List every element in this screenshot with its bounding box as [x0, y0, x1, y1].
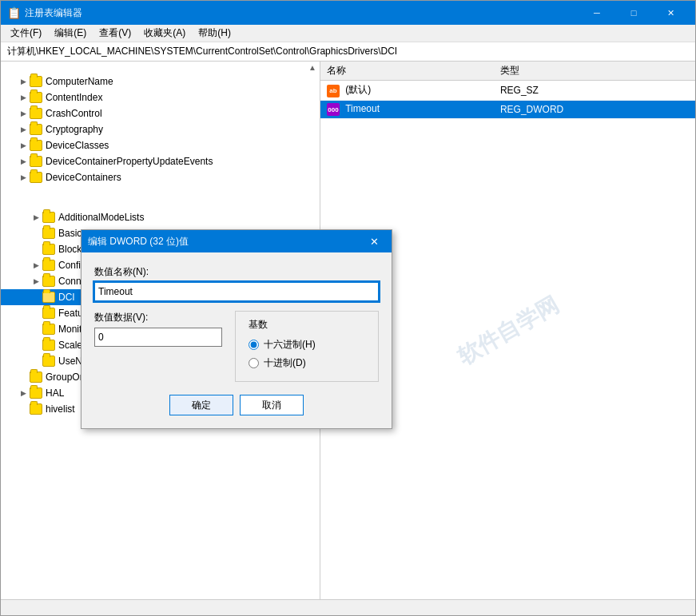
tree-item-devicecontainerpropertyupdateevents[interactable]: ▶ DeviceContainerPropertyUpdateEvents: [1, 153, 320, 169]
tree-arrow: [17, 403, 30, 415]
registry-table: 名称 类型 ab (默认) REG_SZ 000: [320, 62, 695, 119]
dialog-title-bar: 编辑 DWORD (32 位)值 ✕: [82, 230, 392, 252]
minimize-button[interactable]: ─: [579, 1, 615, 25]
folder-icon: [42, 340, 55, 351]
tree-item-additionalmodelists[interactable]: ▶ AdditionalModeLists: [1, 209, 320, 225]
reg-name: (默认): [345, 84, 371, 95]
menu-view[interactable]: 查看(V): [93, 25, 137, 42]
tree-label: DeviceClasses: [46, 140, 109, 151]
dialog-buttons: 确定 取消: [94, 395, 379, 415]
dialog-close-button[interactable]: ✕: [363, 230, 385, 252]
tree-label: DeviceContainerPropertyUpdateEvents: [46, 156, 213, 167]
reg-name-cell: ab (默认): [320, 81, 494, 101]
tree-item-contentindex[interactable]: ▶ ContentIndex: [1, 89, 320, 105]
folder-icon-open: [42, 292, 55, 303]
menu-bar: 文件(F) 编辑(E) 查看(V) 收藏夹(A) 帮助(H): [1, 25, 695, 42]
address-bar: 计算机\HKEY_LOCAL_MACHINE\SYSTEM\CurrentCon…: [1, 42, 695, 62]
data-input[interactable]: [94, 328, 222, 347]
tree-arrow: ▶: [30, 275, 42, 288]
tree-arrow: ▶: [17, 387, 30, 399]
tree-item-crashcontrol[interactable]: ▶ CrashControl: [1, 105, 320, 121]
folder-icon: [30, 172, 42, 183]
radix-title: 基数: [249, 318, 365, 332]
maximize-button[interactable]: □: [615, 1, 652, 25]
tree-item-cryptography[interactable]: ▶ Cryptography: [1, 121, 320, 137]
folder-icon: [30, 372, 42, 383]
tree-item-computername[interactable]: ▶ ComputerName: [1, 74, 320, 89]
folder-icon: [42, 260, 55, 271]
folder-icon: [30, 387, 42, 399]
tree-label: DCI: [58, 292, 75, 303]
tree-item-deviceclasses[interactable]: ▶ DeviceClasses: [1, 137, 320, 153]
radio-dec-label: 十进制(D): [264, 356, 306, 370]
tree-arrow: ▶: [17, 171, 30, 184]
tree-label: ComputerName: [46, 76, 113, 87]
tree-label: AdditionalModeLists: [58, 212, 144, 223]
radio-dec[interactable]: [249, 358, 259, 368]
tree-arrow: ▶: [30, 259, 42, 272]
tree-arrow: ▶: [17, 91, 30, 104]
tree-arrow: [30, 227, 42, 240]
folder-icon: [42, 276, 55, 287]
menu-favorites[interactable]: 收藏夹(A): [137, 25, 192, 42]
main-content: ▲ ▶ ComputerName ▶ ContentIndex ▶ CrashC…: [1, 62, 695, 599]
title-bar: 📋 注册表编辑器 ─ □ ✕: [1, 1, 695, 25]
ok-button[interactable]: 确定: [169, 395, 233, 415]
table-row[interactable]: ab (默认) REG_SZ: [320, 81, 695, 101]
radix-group: 基数 十六进制(H) 十进制(D): [235, 311, 379, 382]
tree-arrow: ▶: [17, 107, 30, 120]
col-type: 类型: [494, 62, 695, 81]
folder-icon: [42, 356, 55, 367]
address-path: 计算机\HKEY_LOCAL_MACHINE\SYSTEM\CurrentCon…: [7, 45, 397, 58]
edit-dword-dialog: 编辑 DWORD (32 位)值 ✕ 数值名称(N): 数值数据(V): 基数: [81, 229, 392, 429]
tree-arrow: [30, 355, 42, 368]
dialog-row: 数值数据(V): 基数 十六进制(H) 十进制(D): [94, 311, 379, 382]
window-title: 注册表编辑器: [25, 6, 579, 20]
radio-hex-item: 十六进制(H): [249, 338, 365, 352]
tree-arrow: ▶: [17, 123, 30, 136]
folder-icon: [42, 308, 55, 319]
folder-icon: [30, 403, 42, 415]
tree-label: HAL: [46, 387, 64, 399]
status-bar: [1, 599, 695, 615]
tree-item-devicecontainers[interactable]: ▶ DeviceContainers: [1, 169, 320, 185]
radio-hex[interactable]: [249, 340, 259, 350]
col-name: 名称: [320, 62, 494, 81]
tree-arrow: ▶: [30, 211, 42, 224]
reg-name-cell: 000 Timeout: [320, 100, 494, 119]
tree-arrow: [30, 307, 42, 320]
title-bar-buttons: ─ □ ✕: [579, 1, 689, 25]
radio-dec-item: 十进制(D): [249, 356, 365, 370]
tree-arrow: ▶: [17, 139, 30, 152]
watermark: 软件自学网: [451, 289, 563, 372]
tree-label: DeviceContainers: [46, 172, 121, 183]
name-label: 数值名称(N):: [94, 265, 379, 279]
reg-ab-icon: ab: [327, 85, 340, 97]
tree-arrow: [30, 243, 42, 256]
reg-type-cell: REG_SZ: [494, 81, 695, 101]
folder-icon: [30, 92, 42, 103]
tree-label: Cryptography: [46, 124, 103, 135]
reg-type-cell: REG_DWORD: [494, 100, 695, 119]
cancel-button[interactable]: 取消: [240, 395, 304, 415]
menu-file[interactable]: 文件(F): [4, 25, 48, 42]
tree-arrow: ▶: [17, 155, 30, 168]
value-section: 数值数据(V):: [94, 311, 222, 347]
tree-arrow: [17, 371, 30, 384]
tree-arrow: ▶: [17, 75, 30, 88]
folder-icon: [42, 244, 55, 255]
folder-icon: [42, 212, 55, 223]
main-window: 📋 注册表编辑器 ─ □ ✕ 文件(F) 编辑(E) 查看(V) 收藏夹(A) …: [0, 0, 696, 616]
close-button[interactable]: ✕: [652, 1, 689, 25]
table-row-timeout[interactable]: 000 Timeout REG_DWORD: [320, 100, 695, 119]
menu-help[interactable]: 帮助(H): [192, 25, 237, 42]
tree-label: ContentIndex: [46, 92, 102, 103]
folder-icon: [30, 156, 42, 167]
tree-label: hivelist: [46, 403, 75, 415]
folder-icon: [30, 124, 42, 135]
name-input[interactable]: [94, 282, 379, 301]
radio-hex-label: 十六进制(H): [264, 338, 316, 352]
tree-label: CrashControl: [46, 108, 102, 119]
data-label: 数值数据(V):: [94, 311, 222, 324]
menu-edit[interactable]: 编辑(E): [48, 25, 93, 42]
